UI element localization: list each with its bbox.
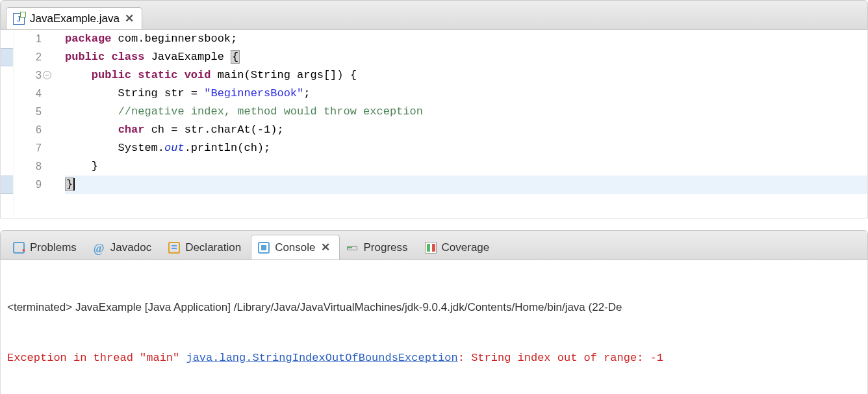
tab-coverage[interactable]: Coverage (418, 235, 500, 259)
javadoc-icon: @ (94, 242, 105, 254)
exception-class-link[interactable]: java.lang.StringIndexOutOfBoundsExceptio… (186, 352, 457, 364)
progress-icon (347, 242, 359, 254)
tab-progress[interactable]: Progress (340, 235, 418, 259)
code-line[interactable]: char ch = str.charAt(-1); (65, 121, 867, 139)
code-line[interactable]: String str = "BeginnersBook"; (65, 85, 867, 103)
tab-declaration[interactable]: Declaration (161, 235, 251, 259)
problems-icon (13, 242, 25, 254)
line-number-gutter: 123−456789 (14, 30, 49, 218)
close-icon[interactable]: ✕ (321, 241, 330, 254)
code-line[interactable]: System.out.println(ch); (65, 139, 867, 157)
console-exception-line: Exception in thread "main" java.lang.Str… (7, 350, 861, 367)
tab-label: Progress (364, 241, 408, 254)
code-line[interactable]: } (65, 176, 867, 194)
close-icon[interactable]: ✕ (125, 12, 134, 25)
console-output[interactable]: <terminated> JavaExample [Java Applicati… (0, 260, 868, 394)
tab-problems[interactable]: Problems (6, 235, 86, 259)
tab-javadoc[interactable]: @ Javadoc (86, 235, 161, 259)
editor-tabbar: J JavaExample.java ✕ (0, 0, 868, 30)
tab-filename: JavaExample.java (30, 12, 120, 25)
code-line[interactable]: public class JavaExample { (65, 48, 867, 66)
fold-column (49, 30, 62, 218)
console-run-header: <terminated> JavaExample [Java Applicati… (7, 299, 861, 316)
tab-label: Coverage (442, 241, 490, 254)
fold-toggle-icon[interactable]: − (43, 71, 51, 79)
tab-label: Problems (30, 241, 77, 254)
java-file-icon: J (13, 13, 25, 25)
editor-tab[interactable]: J JavaExample.java ✕ (6, 7, 142, 29)
tab-console[interactable]: Console ✕ (251, 235, 339, 259)
bottom-panel-tabbar: Problems @ Javadoc Declaration Console ✕… (0, 230, 868, 260)
tab-label: Declaration (185, 241, 241, 254)
code-editor[interactable]: 123−456789 package com.beginnersbook;pub… (0, 30, 868, 218)
console-icon (258, 242, 270, 254)
declaration-icon (168, 242, 180, 254)
code-line[interactable]: package com.beginnersbook; (65, 30, 867, 48)
code-line[interactable]: //negative index, method would throw exc… (65, 103, 867, 121)
tab-label: Javadoc (110, 241, 151, 254)
marker-column (1, 30, 14, 218)
code-line[interactable]: public static void main(String args[]) { (65, 66, 867, 85)
coverage-icon (425, 242, 437, 254)
code-area[interactable]: package com.beginnersbook;public class J… (62, 30, 867, 218)
code-line[interactable]: } (65, 157, 867, 176)
tab-label: Console (275, 241, 315, 254)
